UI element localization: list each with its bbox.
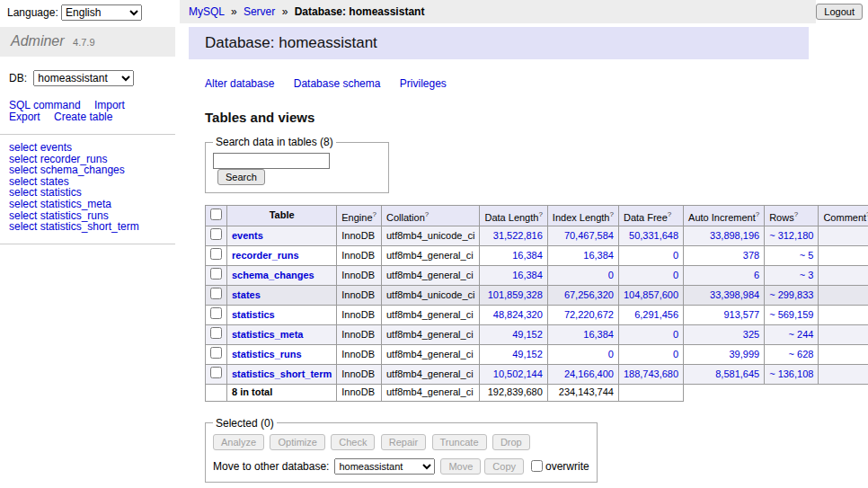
sidebar-select-statistics-short-term[interactable]: select statistics_short_term [9, 220, 139, 233]
table-name-link[interactable]: statistics_short_term [232, 368, 332, 379]
database-schema-link[interactable]: Database schema [294, 77, 381, 90]
analyze-button[interactable]: Analyze [213, 434, 264, 450]
selected-fieldset: Selected (0) Analyze Optimize Check Repa… [205, 417, 598, 483]
column-header-auto-increment[interactable]: Auto Increment? [684, 206, 765, 226]
copy-button[interactable]: Copy [484, 458, 524, 475]
sidebar-link-sql-command[interactable]: SQL command [9, 99, 81, 111]
overwrite-label: overwrite [545, 460, 589, 473]
auto-increment-link[interactable]: 33,398,984 [710, 289, 759, 300]
repair-button[interactable]: Repair [381, 434, 426, 450]
search-button[interactable]: Search [217, 169, 265, 185]
db-select[interactable]: homeassistant [33, 70, 134, 86]
row-checkbox[interactable] [210, 347, 222, 359]
data-length-link[interactable]: 31,522,816 [493, 230, 543, 241]
sidebar-link-export[interactable]: Export [9, 111, 40, 123]
row-checkbox[interactable] [210, 228, 222, 240]
row-checkbox[interactable] [210, 307, 222, 319]
table-name-link[interactable]: states [232, 289, 261, 300]
privileges-link[interactable]: Privileges [400, 77, 447, 90]
row-checkbox-cell [206, 226, 227, 245]
data-free-link[interactable]: 6,291,456 [634, 309, 678, 320]
data-free-link[interactable]: 0 [673, 250, 678, 261]
table-name-link[interactable]: statistics_meta [232, 329, 304, 340]
auto-increment-link[interactable]: 33,898,196 [710, 230, 759, 241]
table-name-link[interactable]: statistics_runs [232, 349, 302, 359]
language-select[interactable]: English [61, 4, 142, 21]
rows-link[interactable]: ~ 628 [789, 349, 814, 359]
rows-link[interactable]: ~ 3 [800, 270, 814, 280]
rows-link[interactable]: ~ 244 [789, 329, 814, 340]
data-length-link[interactable]: 10,502,144 [493, 368, 543, 379]
data-length-link[interactable]: 16,384 [512, 270, 543, 280]
rows-cell: ~ 244 [765, 324, 819, 344]
data-length-link[interactable]: 16,384 [512, 250, 543, 261]
sidebar-link-import[interactable]: Import [94, 99, 125, 111]
data-free-link[interactable]: 104,857,600 [624, 289, 678, 300]
truncate-button[interactable]: Truncate [432, 434, 487, 450]
column-header-index-length[interactable]: Index Length? [547, 206, 618, 226]
row-checkbox[interactable] [210, 288, 222, 299]
row-checkbox[interactable] [210, 248, 222, 260]
data-length-link[interactable]: 48,824,320 [493, 309, 543, 320]
column-header-data-length[interactable]: Data Length? [480, 206, 547, 226]
row-checkbox[interactable] [210, 327, 222, 339]
data-free-link[interactable]: 0 [673, 270, 678, 280]
overwrite-checkbox[interactable] [531, 460, 543, 472]
table-name-link[interactable]: events [232, 230, 263, 241]
rows-link[interactable]: ~ 5 [800, 250, 814, 261]
sidebar-link-create-table[interactable]: Create table [54, 111, 112, 123]
table-name-link[interactable]: statistics [232, 309, 275, 320]
index-length-link[interactable]: 0 [608, 270, 614, 280]
rows-link[interactable]: ~ 569,159 [769, 309, 813, 320]
data-free-cell: 0 [618, 324, 683, 344]
overwrite-control[interactable]: overwrite [531, 460, 589, 473]
table-name-link[interactable]: recorder_runs [232, 250, 299, 261]
index-length-link[interactable]: 70,467,584 [564, 230, 614, 241]
column-header-data-free[interactable]: Data Free? [618, 206, 683, 226]
auto-increment-link[interactable]: 378 [743, 250, 759, 261]
data-free-link[interactable]: 0 [673, 329, 678, 340]
index-length-link[interactable]: 67,256,320 [564, 289, 614, 300]
rows-link[interactable]: ~ 312,180 [769, 230, 813, 241]
index-length-link[interactable]: 24,166,400 [564, 368, 614, 379]
index-length-link[interactable]: 72,220,672 [564, 309, 614, 320]
column-header-table[interactable]: Table [227, 206, 337, 226]
logout-button[interactable]: Logout [816, 4, 863, 20]
search-input[interactable] [213, 153, 330, 169]
column-header-rows[interactable]: Rows? [765, 206, 819, 226]
index-length-link[interactable]: 16,384 [583, 250, 614, 261]
row-checkbox[interactable] [210, 367, 222, 378]
move-button[interactable]: Move [440, 458, 481, 475]
row-checkbox[interactable] [210, 268, 222, 279]
auto-increment-link[interactable]: 8,581,645 [715, 368, 759, 379]
data-free-link[interactable]: 50,331,648 [629, 230, 678, 241]
rows-link[interactable]: ~ 136,108 [769, 368, 813, 379]
data-length-link[interactable]: 49,152 [512, 329, 543, 340]
auto-increment-link[interactable]: 325 [743, 329, 759, 340]
engine-cell: InnoDB [337, 226, 382, 245]
index-length-cell: 0 [547, 265, 618, 285]
table-name-link[interactable]: schema_changes [232, 270, 314, 280]
auto-increment-link[interactable]: 39,999 [730, 349, 760, 359]
main-content: Database: homeassistant Alter database D… [189, 27, 868, 488]
check-button[interactable]: Check [331, 434, 375, 450]
column-header-engine[interactable]: Engine? [337, 206, 382, 226]
move-db-select[interactable]: homeassistant [334, 458, 435, 475]
index-length-link[interactable]: 16,384 [583, 329, 614, 340]
data-free-link[interactable]: 188,743,680 [624, 368, 678, 379]
breadcrumb-mysql-link[interactable]: MySQL [189, 5, 225, 18]
auto-increment-link[interactable]: 913,577 [723, 309, 759, 320]
column-header-collation[interactable]: Collation? [382, 206, 480, 226]
auto-increment-link[interactable]: 6 [754, 270, 759, 280]
optimize-button[interactable]: Optimize [270, 434, 324, 450]
select-all-checkbox[interactable] [210, 209, 222, 220]
alter-database-link[interactable]: Alter database [205, 77, 274, 90]
drop-button[interactable]: Drop [492, 434, 530, 450]
data-length-link[interactable]: 49,152 [512, 349, 543, 359]
data-free-link[interactable]: 0 [673, 349, 678, 359]
breadcrumb-server-link[interactable]: Server [244, 5, 275, 18]
index-length-link[interactable]: 0 [608, 349, 614, 359]
column-header-comment[interactable]: Comment? [819, 206, 868, 226]
rows-link[interactable]: ~ 299,833 [769, 289, 813, 300]
data-length-link[interactable]: 101,859,328 [488, 289, 543, 300]
